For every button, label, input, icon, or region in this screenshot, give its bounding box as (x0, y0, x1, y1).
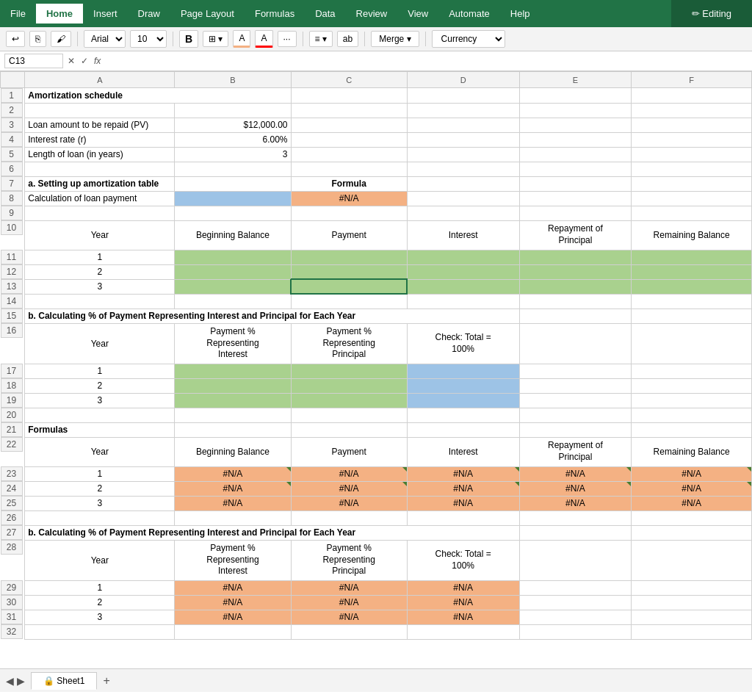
cell-b28[interactable]: Payment %RepresentingInterest (175, 540, 291, 580)
cell-f5[interactable] (632, 147, 752, 162)
cell-b21[interactable] (175, 422, 291, 437)
cell-e3[interactable] (519, 118, 632, 132)
cell-b9[interactable] (175, 206, 291, 220)
cell-a29[interactable]: 1 (25, 580, 175, 595)
cell-e19[interactable] (519, 393, 632, 408)
format-painter-button[interactable]: 🖌 (51, 31, 71, 47)
cell-d32[interactable] (407, 624, 519, 639)
cell-f1[interactable] (632, 88, 752, 104)
font-color-button[interactable]: A (255, 30, 272, 48)
prev-sheet-icon[interactable]: ◀ (6, 675, 14, 687)
wrap-button[interactable]: ab (337, 31, 358, 47)
cell-d7[interactable] (407, 176, 519, 191)
cell-f15[interactable] (632, 308, 752, 323)
cell-d31[interactable]: #N/A (407, 610, 519, 624)
cell-c21[interactable] (291, 422, 407, 437)
cell-d19[interactable] (407, 393, 519, 408)
cell-a24[interactable]: 2 (25, 481, 175, 496)
cell-e5[interactable] (519, 147, 632, 162)
cell-b32[interactable] (175, 624, 291, 639)
cell-b7[interactable] (175, 176, 291, 191)
cell-a5[interactable]: Length of loan (in years) (25, 147, 175, 162)
cell-f24[interactable]: #N/A (632, 481, 752, 496)
cell-c16[interactable]: Payment %RepresentingPrincipal (291, 323, 407, 364)
cell-b16[interactable]: Payment %RepresentingInterest (175, 323, 291, 364)
cell-a13[interactable]: 3 (25, 279, 175, 294)
cell-f26[interactable] (632, 510, 752, 525)
cell-f6[interactable] (632, 162, 752, 176)
fill-color-button[interactable]: A (233, 30, 250, 48)
cell-c5[interactable] (291, 147, 407, 162)
cell-f11[interactable] (632, 250, 752, 264)
cell-b10[interactable]: Beginning Balance (175, 220, 291, 250)
cell-b6[interactable] (175, 162, 291, 176)
cell-f8[interactable] (632, 191, 752, 206)
cell-d24[interactable]: #N/A (407, 481, 519, 496)
cell-a9[interactable] (25, 206, 175, 220)
cell-d16[interactable]: Check: Total =100% (407, 323, 519, 364)
cell-b18[interactable] (175, 378, 291, 393)
border-button[interactable]: ⊞ ▾ (203, 31, 228, 47)
cell-f32[interactable] (632, 624, 752, 639)
bold-button[interactable]: B (179, 30, 198, 48)
cell-e8[interactable] (519, 191, 632, 206)
cell-d2[interactable] (407, 103, 519, 118)
add-sheet-button[interactable]: + (103, 674, 109, 688)
cell-b20[interactable] (175, 408, 291, 422)
cell-a3[interactable]: Loan amount to be repaid (PV) (25, 118, 175, 132)
cell-e29[interactable] (519, 580, 632, 595)
cell-a30[interactable]: 2 (25, 595, 175, 610)
cell-c32[interactable] (291, 624, 407, 639)
cell-a12[interactable]: 2 (25, 264, 175, 279)
cell-b8[interactable] (175, 191, 291, 206)
cell-d4[interactable] (407, 132, 519, 147)
cell-b14[interactable] (175, 294, 291, 308)
cell-a32[interactable] (25, 624, 175, 639)
cell-f13[interactable] (632, 279, 752, 294)
cell-a4[interactable]: Interest rate (r) (25, 132, 175, 147)
cell-c8[interactable]: #N/A (291, 191, 407, 206)
cell-d18[interactable] (407, 378, 519, 393)
cell-a17[interactable]: 1 (25, 364, 175, 378)
col-header-f[interactable]: F (632, 72, 752, 88)
editing-button[interactable]: ✏ Editing (671, 0, 752, 27)
cell-e31[interactable] (519, 610, 632, 624)
undo-button[interactable]: ↩ (6, 31, 25, 47)
cell-e2[interactable] (519, 103, 632, 118)
cell-b23[interactable]: #N/A (175, 466, 291, 481)
cell-e9[interactable] (519, 206, 632, 220)
cell-d29[interactable]: #N/A (407, 580, 519, 595)
cell-c25[interactable]: #N/A (291, 496, 407, 510)
col-header-e[interactable]: E (519, 72, 632, 88)
cell-d21[interactable] (407, 422, 519, 437)
cell-d23[interactable]: #N/A (407, 466, 519, 481)
cell-b24[interactable]: #N/A (175, 481, 291, 496)
cell-d25[interactable]: #N/A (407, 496, 519, 510)
cell-f9[interactable] (632, 206, 752, 220)
cell-a7[interactable]: a. Setting up amortization table (25, 176, 175, 191)
cell-e17[interactable] (519, 364, 632, 378)
cell-d9[interactable] (407, 206, 519, 220)
cell-c12[interactable] (291, 264, 407, 279)
cell-e4[interactable] (519, 132, 632, 147)
cell-d12[interactable] (407, 264, 519, 279)
cell-c28[interactable]: Payment %RepresentingPrincipal (291, 540, 407, 580)
cell-e1[interactable] (519, 88, 632, 104)
cell-d14[interactable] (407, 294, 519, 308)
cell-b31[interactable]: #N/A (175, 610, 291, 624)
cell-f20[interactable] (632, 408, 752, 422)
cell-f17[interactable] (632, 364, 752, 378)
cell-c29[interactable]: #N/A (291, 580, 407, 595)
cell-c3[interactable] (291, 118, 407, 132)
cell-c7[interactable]: Formula (291, 176, 407, 191)
cell-d22[interactable]: Interest (407, 437, 519, 466)
cell-e15[interactable] (519, 308, 632, 323)
cell-b30[interactable]: #N/A (175, 595, 291, 610)
cell-e10[interactable]: Repayment ofPrincipal (519, 220, 632, 250)
cell-e26[interactable] (519, 510, 632, 525)
col-header-b[interactable]: B (175, 72, 291, 88)
cell-f27[interactable] (632, 525, 752, 540)
cell-d30[interactable]: #N/A (407, 595, 519, 610)
cell-a19[interactable]: 3 (25, 393, 175, 408)
cell-e25[interactable]: #N/A (519, 496, 632, 510)
